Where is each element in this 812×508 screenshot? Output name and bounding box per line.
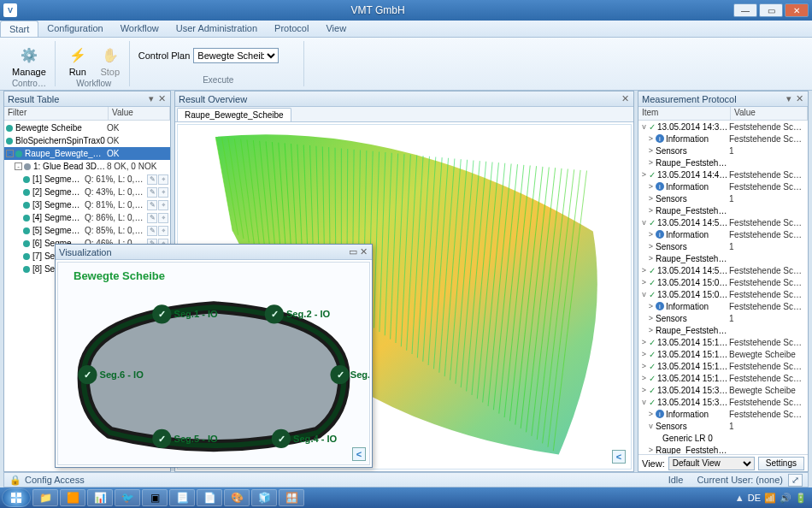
window-titlebar: V VMT GmbH — ▭ ✕ — [0, 0, 812, 21]
result-row[interactable]: -Raupe_Bewegte_ScheibeOK — [4, 147, 170, 160]
protocol-row[interactable]: >Sensors1 — [638, 145, 808, 157]
protocol-row[interactable]: v✓13.05.2014 15:35:48Feststehende Scheib… — [638, 396, 808, 408]
group-label-execute: Execute — [138, 75, 298, 85]
row-tool-icon[interactable]: ✎ — [147, 174, 157, 185]
protocol-row[interactable]: >iInformationFeststehende Scheibe — [638, 408, 808, 420]
protocol-row[interactable]: >iInformationFeststehende Scheibe — [638, 228, 808, 240]
protocol-row[interactable]: >✓13.05.2014 15:01:43Feststehende Scheib… — [638, 276, 808, 288]
control-plan-label: Control Plan — [138, 50, 191, 61]
status-expand-icon[interactable]: ⤢ — [788, 474, 803, 487]
start-button[interactable] — [2, 488, 31, 507]
overview-back-button[interactable]: < — [612, 450, 626, 464]
protocol-row[interactable]: vSensors1 — [638, 420, 808, 432]
tray-battery-icon[interactable]: 🔋 — [795, 493, 807, 504]
row-tool-icon[interactable]: ⌖ — [158, 213, 168, 223]
protocol-row[interactable]: >iInformationFeststehende Scheibe — [638, 300, 808, 312]
protocol-row[interactable]: >Raupe_Feststehende_S… — [638, 324, 808, 336]
protocol-row[interactable]: >✓13.05.2014 15:18:22Feststehende Scheib… — [638, 360, 808, 372]
manage-button[interactable]: ⚙️ Manage — [9, 43, 50, 79]
row-tool-icon[interactable]: ✎ — [147, 200, 157, 210]
tray-flag-icon[interactable]: ▲ — [735, 493, 744, 503]
result-row[interactable]: [2] Segment Seg.2 - IOQ: 43%, L: 0,00mm✎… — [4, 186, 170, 198]
taskbar: 📁🟧📊🐦▣📃📄🎨🧊🪟 ▲ DE 📶 🔊 🔋 — [0, 487, 812, 508]
control-plan-select[interactable]: Bewegte Scheibe — [193, 48, 279, 63]
ribbon-tab-user-administration[interactable]: User Administration — [168, 21, 266, 37]
ribbon-body: ⚙️ Manage Contro… ⚡ Run ✋ Stop Workflow … — [0, 38, 812, 91]
protocol-row[interactable]: >✓13.05.2014 14:40:57Feststehende Scheib… — [638, 168, 808, 180]
protocol-row[interactable]: >Raupe_Feststehende_S… — [638, 252, 808, 264]
ribbon-tab-view[interactable]: View — [317, 21, 355, 37]
visualization-viewport[interactable]: Bewegte Scheibe ✓ Seg.1 - IO ✓ Seg.2 - I… — [57, 262, 370, 465]
taskbar-app-icon[interactable]: 📄 — [197, 489, 222, 506]
protocol-row[interactable]: >Sensors1 — [638, 312, 808, 324]
row-tool-icon[interactable]: ⌖ — [158, 226, 168, 236]
ribbon-tab-workflow[interactable]: Workflow — [112, 21, 168, 37]
result-table-close-icon[interactable]: ✕ — [156, 94, 167, 104]
protocol-row[interactable]: >✓13.05.2014 15:11:44Feststehende Scheib… — [638, 336, 808, 348]
row-tool-icon[interactable]: ⌖ — [158, 200, 168, 210]
protocol-view-select[interactable]: Default View — [668, 457, 755, 470]
taskbar-app-icon[interactable]: ▣ — [142, 489, 168, 506]
protocol-row[interactable]: >✓13.05.2014 15:17:25Bewegte Scheibe — [638, 348, 808, 360]
result-row[interactable]: [5] Segment Seg.5 - IOQ: 85%, L: 0,00mm✎… — [4, 224, 170, 237]
protocol-tree[interactable]: v✓13.05.2014 14:39:05Feststehende Scheib… — [638, 121, 808, 454]
protocol-dock-icon[interactable]: ▾ — [784, 94, 794, 104]
ribbon-tab-protocol[interactable]: Protocol — [266, 21, 317, 37]
svg-text:✓: ✓ — [158, 309, 166, 319]
ribbon-tab-start[interactable]: Start — [0, 21, 38, 37]
row-tool-icon[interactable]: ⌖ — [158, 174, 168, 185]
result-row[interactable]: [3] Segment Seg.3 - IOQ: 81%, L: 0,00mm✎… — [4, 198, 170, 211]
tray-network-icon[interactable]: 📶 — [764, 493, 776, 504]
result-row[interactable]: BloSpeichernSpinTrax0OK — [4, 134, 170, 147]
overview-title: Result Overview — [179, 94, 247, 104]
row-tool-icon[interactable]: ✎ — [147, 226, 157, 236]
protocol-row[interactable]: Generic LR 0 — [638, 432, 808, 444]
overview-close-icon[interactable]: ✕ — [620, 94, 630, 104]
protocol-row[interactable]: v✓13.05.2014 15:09:52Feststehende Scheib… — [638, 288, 808, 300]
tray-sound-icon[interactable]: 🔊 — [780, 493, 791, 504]
taskbar-app-icon[interactable]: 🐦 — [115, 489, 140, 506]
result-table-dock-icon[interactable]: ▾ — [146, 94, 156, 104]
taskbar-app-icon[interactable]: 🟧 — [60, 489, 85, 506]
protocol-row[interactable]: >Sensors1 — [638, 240, 808, 252]
protocol-row[interactable]: v✓13.05.2014 14:52:47Feststehende Scheib… — [638, 216, 808, 228]
visualization-window[interactable]: Visualization▭✕ Bewegte Scheibe ✓ Seg.1 … — [55, 244, 373, 468]
protocol-row[interactable]: >Sensors1 — [638, 192, 808, 204]
taskbar-app-icon[interactable]: 🧊 — [251, 489, 277, 506]
stop-button[interactable]: ✋ Stop — [97, 43, 124, 79]
close-button[interactable]: ✕ — [785, 3, 809, 17]
svg-text:✓: ✓ — [84, 369, 91, 380]
row-tool-icon[interactable]: ✎ — [147, 187, 157, 198]
tray-language[interactable]: DE — [748, 493, 761, 503]
result-row[interactable]: Bewegte ScheibeOK — [4, 121, 170, 134]
visualization-back-button[interactable]: < — [352, 447, 366, 461]
taskbar-app-icon[interactable]: 📊 — [87, 489, 113, 506]
taskbar-app-icon[interactable]: 📃 — [169, 489, 195, 506]
protocol-row[interactable]: >iInformationFeststehende Scheibe — [638, 133, 808, 145]
ribbon-tab-configuration[interactable]: Configuration — [38, 21, 111, 37]
taskbar-app-icon[interactable]: 🎨 — [224, 489, 250, 506]
taskbar-app-icon[interactable]: 🪟 — [279, 489, 304, 506]
result-row[interactable]: -1: Glue Bead 3D Segment…8 OK, 0 NOK — [4, 160, 170, 173]
protocol-row[interactable]: >✓13.05.2014 15:19:17Feststehende Scheib… — [638, 372, 808, 384]
run-button[interactable]: ⚡ Run — [64, 43, 91, 79]
maximize-button[interactable]: ▭ — [759, 3, 783, 17]
result-row[interactable]: [4] Segment Seg.4 - IOQ: 86%, L: 0,00mm✎… — [4, 211, 170, 224]
protocol-row[interactable]: >Raupe_Feststehende_S… — [638, 444, 808, 454]
protocol-row[interactable]: >Raupe_Feststehende_S… — [638, 204, 808, 216]
row-tool-icon[interactable]: ⌖ — [158, 187, 168, 198]
minimize-button[interactable]: — — [733, 3, 757, 17]
protocol-settings-button[interactable]: Settings — [758, 457, 804, 470]
protocol-row[interactable]: >Raupe_Feststehende_S… — [638, 157, 808, 168]
overview-tab[interactable]: Raupe_Bewegte_Scheibe — [177, 108, 291, 121]
taskbar-app-icon[interactable]: 📁 — [32, 489, 58, 506]
row-tool-icon[interactable]: ✎ — [147, 213, 157, 223]
protocol-row[interactable]: >✓13.05.2014 14:53:45Feststehende Scheib… — [638, 264, 808, 276]
visualization-close-icon[interactable]: ✕ — [358, 247, 368, 257]
protocol-close-icon[interactable]: ✕ — [794, 94, 804, 104]
visualization-maximize-icon[interactable]: ▭ — [348, 247, 358, 257]
protocol-row[interactable]: >iInformationFeststehende Scheibe — [638, 180, 808, 192]
protocol-row[interactable]: v✓13.05.2014 14:39:05Feststehende Scheib… — [638, 121, 808, 133]
protocol-row[interactable]: >✓13.05.2014 15:34:53Bewegte Scheibe — [638, 384, 808, 396]
result-row[interactable]: [1] Segment Seg.1 - IOQ: 61%, L: 0,00mm✎… — [4, 173, 170, 186]
